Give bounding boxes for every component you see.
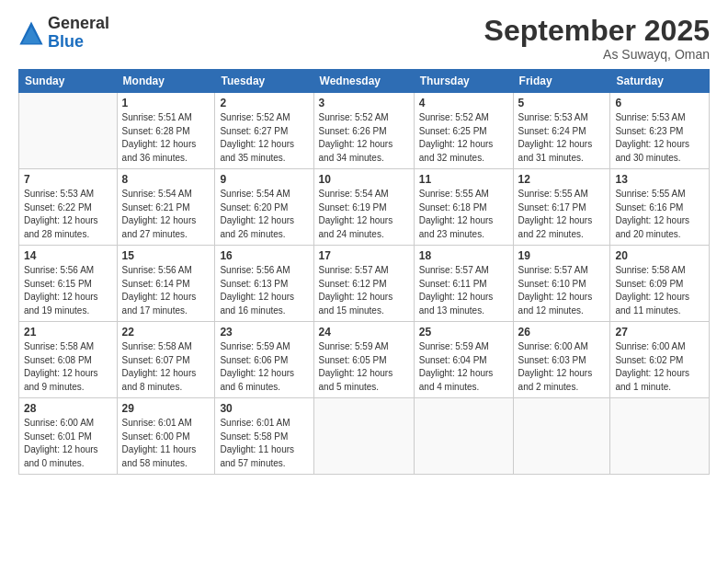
calendar-cell [610,398,710,475]
date-number: 3 [319,97,409,109]
date-number: 6 [615,97,704,109]
date-number: 9 [220,173,308,186]
cell-info: Sunrise: 5:57 AM Sunset: 6:11 PM Dayligh… [419,264,508,317]
cell-info: Sunrise: 5:51 AM Sunset: 6:28 PM Dayligh… [122,111,210,165]
date-number: 21 [24,326,112,339]
date-number: 30 [220,402,308,415]
cell-info: Sunrise: 5:54 AM Sunset: 6:21 PM Dayligh… [122,188,210,241]
calendar-cell: 14Sunrise: 5:56 AM Sunset: 6:15 PM Dayli… [19,246,118,322]
calendar-cell: 29Sunrise: 6:01 AM Sunset: 6:00 PM Dayli… [117,398,215,475]
calendar-cell: 1Sunrise: 5:51 AM Sunset: 6:28 PM Daylig… [117,93,215,169]
month-title: September 2025 [484,15,710,47]
date-number: 26 [518,326,606,339]
calendar-cell [313,398,414,475]
cell-info: Sunrise: 5:59 AM Sunset: 6:06 PM Dayligh… [220,340,308,394]
location-subtitle: As Suwayq, Oman [484,47,710,62]
calendar-cell: 23Sunrise: 5:59 AM Sunset: 6:06 PM Dayli… [215,322,313,398]
calendar-cell: 16Sunrise: 5:56 AM Sunset: 6:13 PM Dayli… [215,246,313,322]
calendar-cell: 26Sunrise: 6:00 AM Sunset: 6:03 PM Dayli… [513,322,610,398]
date-number: 5 [518,97,606,109]
weekday-header-monday: Monday [117,70,215,93]
date-number: 11 [419,173,508,186]
cell-info: Sunrise: 5:53 AM Sunset: 6:24 PM Dayligh… [518,111,606,165]
date-number: 10 [319,173,409,186]
date-number: 22 [122,326,210,339]
date-number: 12 [518,173,606,186]
calendar-cell: 5Sunrise: 5:53 AM Sunset: 6:24 PM Daylig… [513,93,610,169]
cell-info: Sunrise: 5:53 AM Sunset: 6:23 PM Dayligh… [615,111,704,165]
calendar-week-2: 7Sunrise: 5:53 AM Sunset: 6:22 PM Daylig… [19,169,710,246]
calendar-week-1: 1Sunrise: 5:51 AM Sunset: 6:28 PM Daylig… [19,93,710,169]
cell-info: Sunrise: 6:00 AM Sunset: 6:03 PM Dayligh… [518,340,606,394]
cell-info: Sunrise: 6:01 AM Sunset: 6:00 PM Dayligh… [122,417,210,470]
calendar-cell [414,398,513,475]
cell-info: Sunrise: 5:59 AM Sunset: 6:05 PM Dayligh… [319,340,409,394]
calendar-cell: 22Sunrise: 5:58 AM Sunset: 6:07 PM Dayli… [117,322,215,398]
calendar-week-4: 21Sunrise: 5:58 AM Sunset: 6:08 PM Dayli… [19,322,710,398]
calendar-cell: 12Sunrise: 5:55 AM Sunset: 6:17 PM Dayli… [513,169,610,246]
cell-info: Sunrise: 5:54 AM Sunset: 6:19 PM Dayligh… [319,188,409,241]
calendar-cell: 24Sunrise: 5:59 AM Sunset: 6:05 PM Dayli… [313,322,414,398]
date-number: 15 [122,249,210,262]
date-number: 19 [518,249,606,262]
date-number: 13 [615,173,704,186]
cell-info: Sunrise: 5:57 AM Sunset: 6:10 PM Dayligh… [518,264,606,317]
date-number: 27 [615,326,704,339]
date-number: 28 [24,402,112,415]
cell-info: Sunrise: 5:58 AM Sunset: 6:07 PM Dayligh… [122,340,210,394]
cell-info: Sunrise: 5:55 AM Sunset: 6:18 PM Dayligh… [419,188,508,241]
calendar-cell: 11Sunrise: 5:55 AM Sunset: 6:18 PM Dayli… [414,169,513,246]
date-number: 8 [122,173,210,186]
calendar-week-5: 28Sunrise: 6:00 AM Sunset: 6:01 PM Dayli… [19,398,710,475]
calendar-cell: 13Sunrise: 5:55 AM Sunset: 6:16 PM Dayli… [610,169,710,246]
calendar-cell: 30Sunrise: 6:01 AM Sunset: 5:58 PM Dayli… [215,398,313,475]
logo-icon [18,20,44,46]
cell-info: Sunrise: 5:52 AM Sunset: 6:27 PM Dayligh… [220,111,308,165]
calendar-cell: 7Sunrise: 5:53 AM Sunset: 6:22 PM Daylig… [19,169,118,246]
date-number: 14 [24,249,112,262]
cell-info: Sunrise: 5:53 AM Sunset: 6:22 PM Dayligh… [24,188,112,241]
cell-info: Sunrise: 5:52 AM Sunset: 6:26 PM Dayligh… [319,111,409,165]
calendar-cell: 9Sunrise: 5:54 AM Sunset: 6:20 PM Daylig… [215,169,313,246]
cell-info: Sunrise: 5:55 AM Sunset: 6:17 PM Dayligh… [518,188,606,241]
date-number: 25 [419,326,508,339]
calendar-cell: 10Sunrise: 5:54 AM Sunset: 6:19 PM Dayli… [313,169,414,246]
weekday-header-wednesday: Wednesday [313,70,414,93]
logo-general-text: General [48,15,109,33]
calendar-cell: 8Sunrise: 5:54 AM Sunset: 6:21 PM Daylig… [117,169,215,246]
logo-blue-text: Blue [48,33,109,52]
weekday-header-thursday: Thursday [414,70,513,93]
date-number: 18 [419,249,508,262]
weekday-header-friday: Friday [513,70,610,93]
cell-info: Sunrise: 5:59 AM Sunset: 6:04 PM Dayligh… [419,340,508,394]
calendar-cell [19,93,118,169]
date-number: 7 [24,173,112,186]
date-number: 1 [122,97,210,109]
date-number: 29 [122,402,210,415]
header-row: General Blue September 2025 As Suwayq, O… [18,15,710,62]
calendar-cell: 18Sunrise: 5:57 AM Sunset: 6:11 PM Dayli… [414,246,513,322]
date-number: 4 [419,97,508,109]
calendar-table: SundayMondayTuesdayWednesdayThursdayFrid… [18,69,710,475]
date-number: 2 [220,97,308,109]
calendar-cell: 4Sunrise: 5:52 AM Sunset: 6:25 PM Daylig… [414,93,513,169]
date-number: 24 [319,326,409,339]
calendar-cell: 17Sunrise: 5:57 AM Sunset: 6:12 PM Dayli… [313,246,414,322]
cell-info: Sunrise: 5:52 AM Sunset: 6:25 PM Dayligh… [419,111,508,165]
calendar-cell: 2Sunrise: 5:52 AM Sunset: 6:27 PM Daylig… [215,93,313,169]
calendar-cell: 27Sunrise: 6:00 AM Sunset: 6:02 PM Dayli… [610,322,710,398]
cell-info: Sunrise: 5:55 AM Sunset: 6:16 PM Dayligh… [615,188,704,241]
logo: General Blue [18,15,109,52]
calendar-cell: 21Sunrise: 5:58 AM Sunset: 6:08 PM Dayli… [19,322,118,398]
weekday-header-saturday: Saturday [610,70,710,93]
weekday-header-tuesday: Tuesday [215,70,313,93]
cell-info: Sunrise: 6:00 AM Sunset: 6:02 PM Dayligh… [615,340,704,394]
cell-info: Sunrise: 5:56 AM Sunset: 6:14 PM Dayligh… [122,264,210,317]
title-block: September 2025 As Suwayq, Oman [484,15,710,62]
calendar-cell: 20Sunrise: 5:58 AM Sunset: 6:09 PM Dayli… [610,246,710,322]
cell-info: Sunrise: 5:58 AM Sunset: 6:09 PM Dayligh… [615,264,704,317]
date-number: 17 [319,249,409,262]
cell-info: Sunrise: 5:58 AM Sunset: 6:08 PM Dayligh… [24,340,112,394]
date-number: 16 [220,249,308,262]
cell-info: Sunrise: 5:56 AM Sunset: 6:15 PM Dayligh… [24,264,112,317]
